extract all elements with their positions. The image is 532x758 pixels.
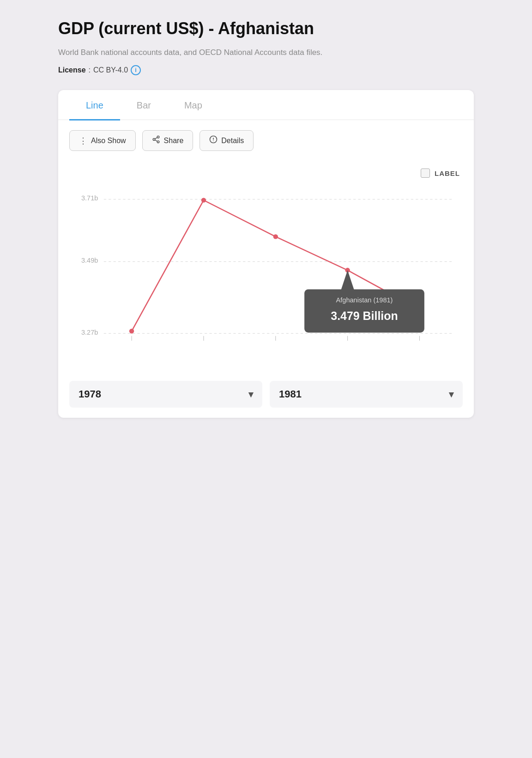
subtitle: World Bank national accounts data, and O… [58, 47, 474, 59]
tabs-container: Line Bar Map [58, 90, 474, 120]
license-info-icon[interactable]: i [131, 65, 141, 75]
share-button[interactable]: Share [142, 130, 193, 151]
also-show-icon: ⋮ [79, 136, 87, 146]
label-checkbox[interactable] [421, 168, 430, 178]
y-axis-label-mid: 3.49b [81, 257, 98, 264]
label-toggle-text: LABEL [435, 169, 460, 177]
also-show-button[interactable]: ⋮ Also Show [69, 130, 136, 151]
tooltip-value: 3.479 Billion [331, 310, 398, 323]
details-button[interactable]: Details [200, 130, 254, 151]
tab-line[interactable]: Line [69, 90, 120, 120]
chart-card: Line Bar Map ⋮ Also Show Share [58, 90, 474, 418]
tab-map[interactable]: Map [168, 90, 219, 120]
toolbar: ⋮ Also Show Share [58, 120, 474, 156]
also-show-label: Also Show [91, 137, 126, 145]
label-toggle[interactable]: LABEL [421, 168, 460, 178]
y-axis-label-top: 3.71b [81, 194, 98, 202]
details-icon [209, 135, 218, 146]
svg-line-4 [155, 138, 157, 139]
data-point-1979[interactable] [201, 198, 206, 203]
year-selectors: 1978 ▾ 1981 ▾ [58, 373, 474, 418]
svg-line-3 [155, 140, 157, 141]
chart-area: LABEL 3.71b 3.49b 3.27b [58, 156, 474, 373]
start-year-select[interactable]: 1978 ▾ [69, 381, 262, 408]
end-year-select[interactable]: 1981 ▾ [270, 381, 463, 408]
share-label: Share [164, 137, 184, 145]
start-year-chevron-icon: ▾ [248, 389, 253, 400]
tooltip-country-year: Afghanistan (1981) [336, 296, 393, 304]
license-value: CC BY-4.0 [93, 66, 128, 74]
details-label: Details [221, 137, 244, 145]
share-icon [152, 135, 160, 146]
end-year-value: 1981 [279, 388, 302, 400]
start-year-value: 1978 [79, 388, 101, 400]
license-label: License [58, 66, 86, 74]
y-axis-label-bottom: 3.27b [81, 329, 98, 336]
data-point-1980[interactable] [273, 235, 278, 239]
end-year-chevron-icon: ▾ [449, 389, 453, 400]
license-separator: : [89, 66, 91, 74]
tab-bar[interactable]: Bar [120, 90, 168, 120]
license-row: License : CC BY-4.0 i [58, 65, 474, 75]
page-container: GDP (current US$) - Afghanistan World Ba… [58, 18, 474, 418]
line-chart: 3.71b 3.49b 3.27b [69, 165, 463, 368]
data-point-1978[interactable] [129, 329, 134, 333]
page-title: GDP (current US$) - Afghanistan [58, 18, 474, 38]
